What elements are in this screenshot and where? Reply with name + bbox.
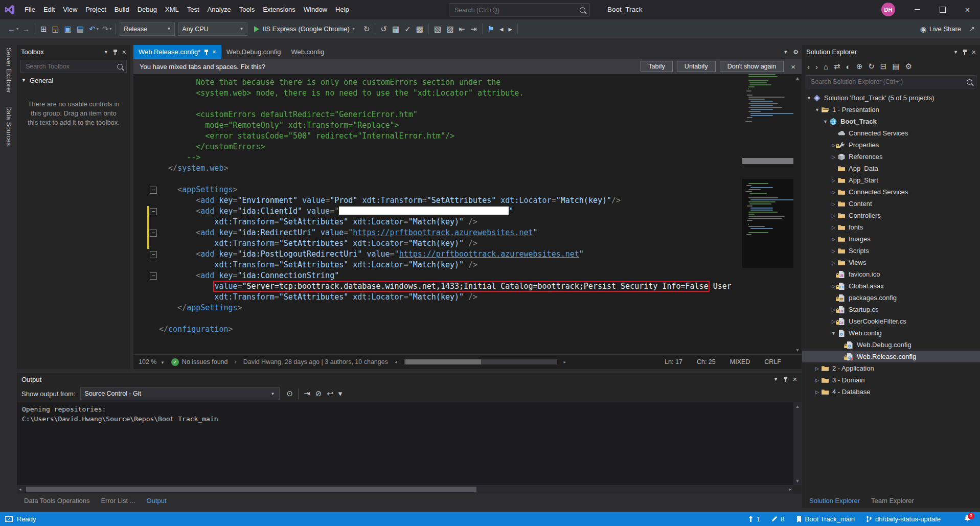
expander-icon[interactable]: ▷ bbox=[830, 178, 837, 183]
expander-icon[interactable]: ▷ bbox=[830, 154, 837, 159]
close-icon[interactable]: × bbox=[972, 48, 976, 56]
menu-view[interactable]: View bbox=[59, 0, 81, 19]
open-file-icon[interactable]: ◱ bbox=[50, 25, 62, 34]
bookmark-icon[interactable]: ⚑ bbox=[485, 25, 497, 34]
code-line[interactable]: xdt:Transform="SetAttributes" xdt:Locato… bbox=[133, 238, 735, 249]
chevron-down-icon[interactable]: ▼ bbox=[773, 377, 778, 382]
solution-search[interactable] bbox=[806, 75, 976, 88]
close-icon[interactable]: × bbox=[793, 375, 797, 383]
tree-item-fonts[interactable]: ▷fonts bbox=[802, 221, 980, 233]
quick-search-input[interactable] bbox=[453, 6, 580, 14]
code-line[interactable]: </appSettings> bbox=[133, 303, 735, 313]
code-line[interactable]: − <add key="ida:ConnectionString" bbox=[133, 270, 735, 281]
repository-picker[interactable]: Boot Track_main bbox=[796, 515, 855, 523]
scrollbar-thumb[interactable] bbox=[405, 359, 481, 364]
tree-item-4-database[interactable]: ▷4 - Database bbox=[802, 386, 980, 398]
close-button[interactable]: × bbox=[955, 0, 980, 19]
don-t-show-again-button[interactable]: Don't show again bbox=[720, 61, 784, 72]
tree-item-images[interactable]: ▷Images bbox=[802, 233, 980, 245]
scroll-up-icon[interactable]: ▲ bbox=[793, 76, 802, 81]
code-line[interactable]: xdt:Transform="SetAttributes" xdt:Locato… bbox=[133, 217, 735, 227]
menu-window[interactable]: Window bbox=[300, 0, 331, 19]
code-line[interactable]: <customErrors defaultRedirect="GenericEr… bbox=[133, 109, 735, 120]
code-line[interactable]: </customErrors> bbox=[133, 142, 735, 152]
scroll-right-icon[interactable]: ▸ bbox=[564, 359, 566, 364]
document-health-indicator[interactable]: ✓ No issues found bbox=[171, 358, 228, 366]
menu-xml[interactable]: XML bbox=[161, 0, 183, 19]
fold-toggle-icon[interactable]: − bbox=[150, 208, 157, 215]
code-line[interactable]: <add key="Environment" value="Prod" xdt:… bbox=[133, 195, 735, 206]
expander-icon[interactable]: ▷ bbox=[830, 260, 837, 265]
tree-item-views[interactable]: ▷Views bbox=[802, 257, 980, 268]
branch-picker[interactable]: dh/daily-status-update bbox=[866, 515, 941, 523]
tree-item-properties[interactable]: ▷Properties bbox=[802, 139, 980, 151]
toolbox-search[interactable] bbox=[20, 60, 127, 73]
expander-icon[interactable]: ▷ bbox=[830, 248, 837, 254]
tree-item-1-presentation[interactable]: ▼1 - Presentation bbox=[802, 104, 980, 116]
tree-item-2-application[interactable]: ▷2 - Application bbox=[802, 362, 980, 374]
pin-icon[interactable] bbox=[204, 50, 209, 55]
cursor-line-indicator[interactable]: Ln: 17 bbox=[665, 358, 682, 365]
tree-item-app-data[interactable]: App_Data bbox=[802, 163, 980, 174]
chevron-down-icon[interactable]: ▼ bbox=[953, 50, 958, 55]
code-line[interactable]: value="Server=tcp:boottrack.database.win… bbox=[133, 281, 735, 292]
cursor-column-indicator[interactable]: Ch: 25 bbox=[697, 358, 716, 365]
code-line[interactable]: xdt:Transform="SetAttributes" xdt:Locato… bbox=[133, 260, 735, 270]
fold-toggle-icon[interactable]: − bbox=[150, 272, 157, 280]
tree-item-scripts[interactable]: ▷Scripts bbox=[802, 245, 980, 257]
tree-item-startup-cs[interactable]: ▷C#Startup.cs bbox=[802, 304, 980, 315]
panel-tab-error-list[interactable]: Error List ... bbox=[96, 495, 140, 506]
close-icon[interactable]: × bbox=[122, 48, 126, 56]
expander-icon[interactable]: ▼ bbox=[822, 119, 829, 124]
fold-toggle-icon[interactable]: − bbox=[150, 230, 157, 237]
platform-dropdown[interactable]: Any CPU ▼ bbox=[178, 22, 247, 36]
code-line[interactable] bbox=[133, 174, 735, 185]
code-line[interactable]: − <add key="ida:RedirectUri" value="http… bbox=[133, 227, 735, 238]
comment-icon[interactable]: ▧ bbox=[431, 25, 444, 34]
minimap-viewport[interactable] bbox=[742, 158, 793, 164]
panel-tab-data-tools-operations[interactable]: Data Tools Operations bbox=[19, 495, 95, 506]
tree-item-favicon-ico[interactable]: favicon.ico bbox=[802, 268, 980, 280]
tree-item-global-asax[interactable]: ▷Global.asax bbox=[802, 280, 980, 292]
minimap[interactable] bbox=[742, 74, 793, 354]
pin-icon[interactable] bbox=[963, 50, 967, 55]
line-ending-indicator[interactable]: CRLF bbox=[764, 358, 781, 365]
avatar[interactable]: DH bbox=[881, 3, 895, 16]
tree-item-usercookiefilter-cs[interactable]: ▷C#UserCookieFilter.cs bbox=[802, 315, 980, 327]
menu-analyze[interactable]: Analyze bbox=[203, 0, 235, 19]
tree-item-web-debug-config[interactable]: Web.Debug.config bbox=[802, 339, 980, 351]
code-line[interactable]: </system.web> bbox=[133, 163, 735, 174]
tree-item-packages-config[interactable]: packages.config bbox=[802, 292, 980, 304]
refresh-icon[interactable]: ↻ bbox=[868, 62, 875, 71]
chevron-left-icon[interactable]: ‹ bbox=[235, 358, 237, 365]
expander-icon[interactable]: ▷ bbox=[813, 390, 821, 395]
code-line[interactable]: --> bbox=[133, 152, 735, 163]
undo-icon-caret[interactable]: ▾ bbox=[97, 27, 99, 31]
vertical-scrollbar[interactable]: ▲ ▼ bbox=[793, 74, 802, 354]
goto-message-icon[interactable]: ⇥ bbox=[301, 389, 313, 398]
new-project-icon[interactable]: ⊞ bbox=[38, 25, 50, 34]
scroll-left-icon[interactable]: ◂ bbox=[19, 487, 21, 492]
code-line[interactable] bbox=[133, 313, 735, 324]
tree-item-content[interactable]: ▷Content bbox=[802, 198, 980, 210]
pending-changes-filter-icon[interactable]: ◐ bbox=[846, 62, 851, 71]
toolbox-search-input[interactable] bbox=[25, 62, 117, 71]
doc-tab-web-config[interactable]: Web.config bbox=[286, 45, 329, 59]
doc-tab-web-debug-config[interactable]: Web.Debug.config bbox=[221, 45, 286, 59]
menu-file[interactable]: File bbox=[20, 0, 39, 19]
autoscroll-icon[interactable]: ▾ bbox=[336, 389, 345, 398]
expander-icon[interactable]: ▷ bbox=[830, 213, 837, 218]
git-blame-summary[interactable]: David Hwang, 28 days ago | 3 authors, 10… bbox=[243, 358, 388, 365]
show-all-files-icon[interactable]: ▤ bbox=[892, 62, 899, 71]
editor-options-icon[interactable]: ⚙ bbox=[793, 49, 799, 56]
panel-tab-solution-explorer[interactable]: Solution Explorer bbox=[804, 495, 865, 506]
infobar-close-icon[interactable]: × bbox=[791, 62, 795, 71]
panel-tab-output[interactable]: Output bbox=[142, 495, 172, 506]
indent-mode-indicator[interactable]: MIXED bbox=[730, 358, 750, 365]
configuration-dropdown[interactable]: Release ▼ bbox=[120, 22, 175, 36]
next-bookmark-icon[interactable]: ▸ bbox=[506, 25, 515, 34]
fold-toggle-icon[interactable]: − bbox=[150, 187, 157, 194]
horizontal-scrollbar[interactable] bbox=[404, 359, 557, 364]
uncomment-icon[interactable]: ▨ bbox=[444, 25, 456, 34]
scroll-right-icon[interactable]: ▸ bbox=[789, 487, 791, 492]
